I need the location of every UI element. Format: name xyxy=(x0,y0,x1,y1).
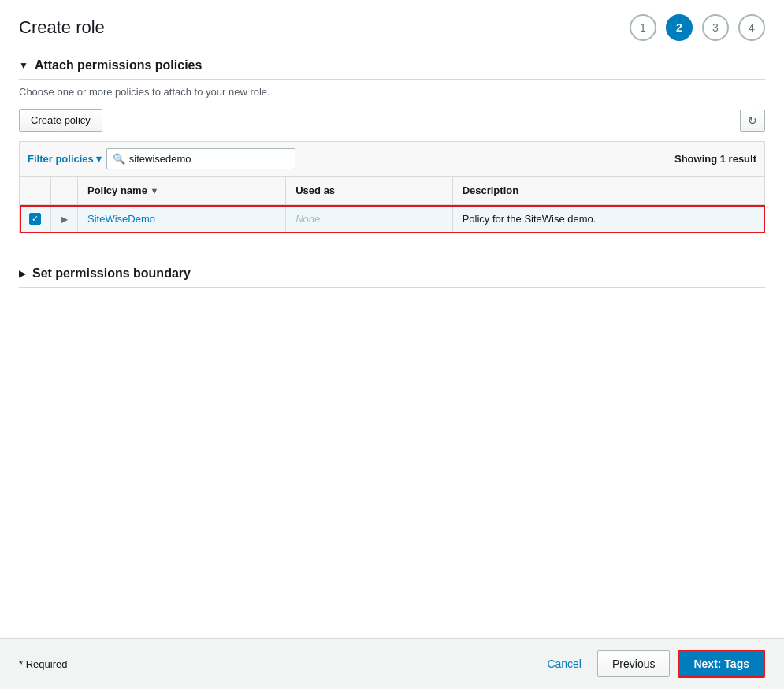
row-expand-cell[interactable]: ▶ xyxy=(51,205,78,233)
collapse-arrow-icon[interactable]: ▼ xyxy=(19,60,28,71)
previous-button[interactable]: Previous xyxy=(597,650,670,677)
boundary-header: ▶ Set permissions boundary xyxy=(19,257,765,288)
row-checkbox-cell[interactable] xyxy=(20,205,51,233)
page-header: Create role 1 2 3 4 xyxy=(0,0,784,49)
row-used-as-cell: None xyxy=(286,205,452,233)
used-as-value: None xyxy=(295,213,320,225)
sort-arrow-icon: ▼ xyxy=(150,186,159,196)
step-4: 4 xyxy=(738,14,765,41)
search-input[interactable] xyxy=(106,148,295,169)
step-3: 3 xyxy=(702,14,729,41)
col-expand xyxy=(51,177,78,205)
checked-checkbox[interactable] xyxy=(29,213,41,225)
cancel-button[interactable]: Cancel xyxy=(539,653,589,675)
step-indicators: 1 2 3 4 xyxy=(630,14,765,41)
table-row: ▶ SiteWiseDemo None Policy for the SiteW… xyxy=(20,205,765,233)
page-title: Create role xyxy=(19,17,105,38)
step-2: 2 xyxy=(666,14,693,41)
refresh-button[interactable]: ↻ xyxy=(740,110,765,132)
boundary-section: ▶ Set permissions boundary xyxy=(0,257,784,288)
policies-table: Policy name ▼ Used as Description ▶ Site… xyxy=(19,176,765,233)
policies-toolbar: Create policy ↻ xyxy=(19,109,765,132)
col-description: Description xyxy=(452,177,764,205)
footer-buttons: Cancel Previous Next: Tags xyxy=(539,650,765,678)
next-button[interactable]: Next: Tags xyxy=(678,650,765,678)
col-policy-name: Policy name ▼ xyxy=(78,177,286,205)
filter-policies-button[interactable]: Filter policies ▾ xyxy=(28,153,102,165)
section-header: ▼ Attach permissions policies xyxy=(19,49,765,80)
boundary-title: Set permissions boundary xyxy=(32,266,191,281)
showing-result: Showing 1 result xyxy=(674,153,756,165)
col-checkbox xyxy=(20,177,51,205)
filter-left: Filter policies ▾ 🔍 xyxy=(28,148,295,169)
search-box: 🔍 xyxy=(106,148,295,169)
refresh-icon: ↻ xyxy=(748,114,757,127)
policy-name-link[interactable]: SiteWiseDemo xyxy=(87,213,155,225)
col-used-as: Used as xyxy=(286,177,452,205)
attach-permissions-section: ▼ Attach permissions policies Choose one… xyxy=(0,49,784,233)
chevron-down-icon: ▾ xyxy=(96,153,102,165)
search-icon: 🔍 xyxy=(113,153,125,165)
row-policy-name-cell: SiteWiseDemo xyxy=(78,205,286,233)
table-header-row: Policy name ▼ Used as Description xyxy=(20,177,765,205)
step-1: 1 xyxy=(630,14,656,41)
section-subtitle: Choose one or more policies to attach to… xyxy=(19,86,765,98)
expand-row-icon[interactable]: ▶ xyxy=(61,214,68,225)
filter-row: Filter policies ▾ 🔍 Showing 1 result xyxy=(19,141,765,176)
section-title: Attach permissions policies xyxy=(35,58,203,73)
boundary-expand-icon[interactable]: ▶ xyxy=(19,268,26,279)
page-footer: * Required Cancel Previous Next: Tags xyxy=(0,638,784,689)
row-description-cell: Policy for the SiteWise demo. xyxy=(452,205,764,233)
required-label: * Required xyxy=(19,658,67,670)
create-policy-button[interactable]: Create policy xyxy=(19,109,102,132)
